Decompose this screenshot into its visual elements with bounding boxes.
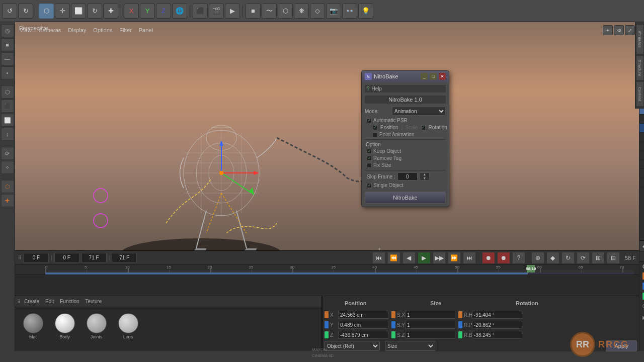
dialog-mode-select[interactable]: Animation xyxy=(392,107,446,116)
material-body[interactable]: Body xyxy=(51,313,78,339)
dialog-auto-psr-cb[interactable]: ✓ xyxy=(367,118,372,123)
dialog-pt-anim-cb[interactable] xyxy=(373,132,378,137)
rsb-attr-btn[interactable]: Attributes xyxy=(636,24,644,54)
nurbs-btn[interactable]: ⬡ xyxy=(278,4,293,19)
psr-rot-h[interactable] xyxy=(472,311,522,319)
dialog-scale-cb[interactable] xyxy=(401,125,403,130)
transport-goto-start[interactable]: ⏮ xyxy=(372,252,385,264)
tool8-btn[interactable]: ✚ xyxy=(1,194,14,207)
mat-texture-btn[interactable]: Texture xyxy=(83,298,105,305)
cube-btn[interactable]: ■ xyxy=(246,4,261,19)
hierarchy-l-leg[interactable]: ▶ L_Leg xyxy=(639,160,644,169)
transport-prev-frame[interactable]: ◀ xyxy=(403,252,416,264)
psr-size-y[interactable] xyxy=(405,321,455,329)
psr-rot-b[interactable] xyxy=(472,331,522,339)
viewport-menu-panel[interactable]: Panel xyxy=(136,27,155,34)
transport-anim[interactable]: ↻ xyxy=(561,252,575,264)
viewport[interactable]: View Cameras Display Options Filter Pane… xyxy=(15,22,639,250)
tl-play-end[interactable] xyxy=(112,253,137,263)
camera-btn[interactable]: 📷 xyxy=(326,4,341,19)
psr-size-x[interactable] xyxy=(405,311,455,319)
psr-rot-p[interactable] xyxy=(472,321,522,329)
tab-basic[interactable]: Basic xyxy=(639,252,644,261)
rsb-struct-btn[interactable]: Structure xyxy=(636,55,644,80)
tool2-btn[interactable]: ⬛ xyxy=(1,100,14,113)
tl-current-frame[interactable] xyxy=(54,253,79,263)
transport-motion[interactable]: ⟳ xyxy=(577,252,590,264)
tl-playhead-marker[interactable]: 58|10 xyxy=(527,265,535,273)
transport-record2[interactable]: ⏺ xyxy=(497,252,510,264)
tool5-btn[interactable]: ⟳ xyxy=(1,147,14,160)
mat-function-btn[interactable]: Function xyxy=(57,298,82,305)
transport-help[interactable]: ? xyxy=(512,252,525,264)
z-axis-btn[interactable]: Z xyxy=(156,4,171,19)
hierarchy-skin[interactable]: Skin xyxy=(639,115,644,124)
select-tool-btn[interactable]: ⬡ xyxy=(39,4,54,19)
viewport-menu-filter[interactable]: Filter xyxy=(117,27,134,34)
hierarchy-squash-stretch[interactable]: ▶ Squash & Stretch xyxy=(639,151,644,160)
skip-spinner[interactable]: ▲ ▼ xyxy=(420,172,430,180)
mode-edge-btn[interactable]: — xyxy=(1,52,14,65)
transport-play[interactable]: ▶ xyxy=(418,252,431,264)
deform-btn[interactable]: ◇ xyxy=(310,4,325,19)
transport-prev-key[interactable]: ⏪ xyxy=(387,252,400,264)
psr-pos-x[interactable] xyxy=(338,311,388,319)
mode-point-btn[interactable]: • xyxy=(1,66,14,79)
add-tool-btn[interactable]: ✚ xyxy=(103,4,118,19)
tl-start-frame[interactable] xyxy=(24,253,49,263)
mat-create-btn[interactable]: Create xyxy=(22,298,42,305)
dialog-keep-obj-cb[interactable]: ✓ xyxy=(367,149,372,154)
tool6-btn[interactable]: ✧ xyxy=(1,161,14,174)
dialog-close-btn[interactable]: ✕ xyxy=(439,73,446,80)
spline-btn[interactable]: 〜 xyxy=(262,4,277,19)
transport-next-key[interactable]: ⏩ xyxy=(448,252,461,264)
rsb-content-btn[interactable]: Content xyxy=(636,81,644,107)
render-to-po-btn[interactable]: ▶ xyxy=(225,4,240,19)
viewport-menu-options[interactable]: Options xyxy=(91,27,115,34)
scale-tool-btn[interactable]: ⬜ xyxy=(71,4,86,19)
dialog-minimize-btn[interactable]: _ xyxy=(421,73,428,80)
dialog-skip-input[interactable] xyxy=(397,172,418,180)
mat-edit-btn[interactable]: Edit xyxy=(43,298,56,305)
psr-pos-z[interactable] xyxy=(338,331,388,339)
material-joints[interactable]: Joints xyxy=(83,313,110,339)
cloner-btn[interactable]: ❋ xyxy=(294,4,309,19)
timeline-ruler[interactable]: 0 5 10 15 20 25 30 35 40 45 50 55 58|10 xyxy=(15,265,639,275)
tool1-btn[interactable]: ⬡ xyxy=(1,85,14,99)
world-btn[interactable]: 🌐 xyxy=(172,4,187,19)
rotate-tool-btn[interactable]: ↻ xyxy=(87,4,102,19)
tool3-btn[interactable]: ⬜ xyxy=(1,114,14,127)
vp-add-btn[interactable]: + xyxy=(603,25,613,35)
undo-btn[interactable]: ↺ xyxy=(2,4,17,19)
tool4-btn[interactable]: ↕ xyxy=(1,128,14,141)
render-region-btn[interactable]: ⬛ xyxy=(193,4,208,19)
psr-size-z[interactable] xyxy=(405,331,455,339)
material-mat[interactable]: Mat xyxy=(19,313,47,339)
transport-next-frame[interactable]: ▶▶ xyxy=(433,252,446,264)
hierarchy-stage[interactable]: ▶ Stage xyxy=(639,178,644,187)
transport-record[interactable]: ⏺ xyxy=(482,252,495,264)
mode-poly-btn[interactable]: ■ xyxy=(1,38,14,51)
tool7-btn[interactable]: ⬡ xyxy=(1,180,14,193)
hierarchy-r-leg[interactable]: ▶ R_Leg xyxy=(639,169,644,178)
render-btn[interactable]: 🎬 xyxy=(209,4,224,19)
psr-pos-y[interactable] xyxy=(338,321,388,329)
psr-size-select[interactable]: Size xyxy=(385,341,435,351)
move-tool-btn[interactable]: ✛ xyxy=(55,4,70,19)
dialog-remove-tag-cb[interactable]: ✓ xyxy=(367,156,372,161)
tl-end-frame[interactable] xyxy=(82,253,107,263)
hierarchy-deckel[interactable]: ▶ Deckel xyxy=(639,133,644,142)
dialog-pos-cb[interactable]: ✓ xyxy=(373,125,377,130)
dialog-nitrobake-btn[interactable]: NitroBake xyxy=(365,192,446,204)
x-axis-btn[interactable]: X xyxy=(124,4,139,19)
transport-key[interactable]: ◆ xyxy=(546,252,559,264)
redo-btn[interactable]: ↻ xyxy=(18,4,33,19)
transport-layout[interactable]: ⊟ xyxy=(607,252,620,264)
dialog-rot-cb[interactable]: ✓ xyxy=(421,125,426,130)
transport-grid[interactable]: ⊞ xyxy=(592,252,605,264)
y-axis-btn[interactable]: Y xyxy=(140,4,155,19)
stereo-btn[interactable]: 👓 xyxy=(342,4,357,19)
hierarchy-body1-cluster[interactable]: ▶ Body.1.Cluster xyxy=(639,142,644,151)
mode-object-btn[interactable]: ◎ xyxy=(1,24,14,37)
viewport-menu-display[interactable]: Display xyxy=(65,27,89,34)
